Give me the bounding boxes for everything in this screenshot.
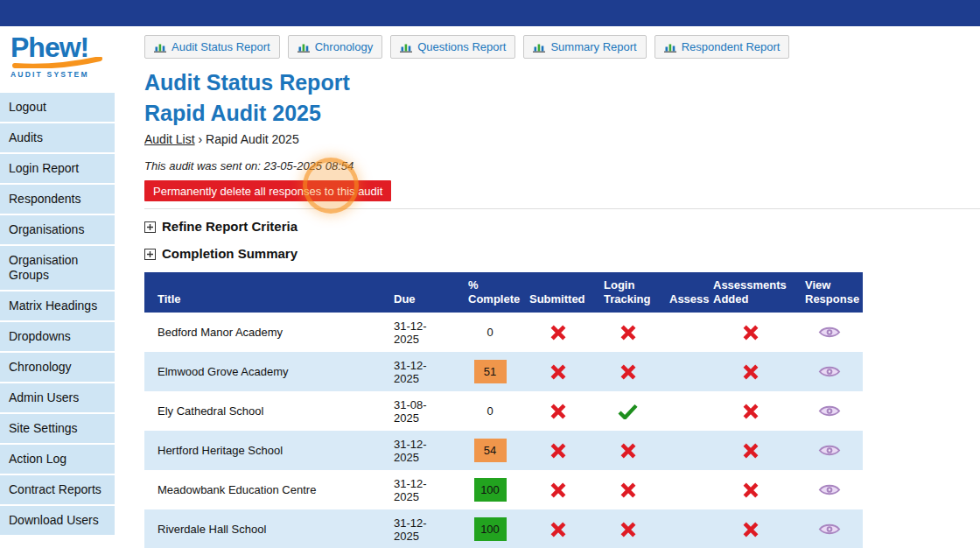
eye-icon (818, 364, 841, 379)
view-response-button[interactable] (818, 325, 841, 340)
audit-sent-text: This audit was sent on: 23-05-2025 08:54 (144, 159, 980, 172)
sidebar-item-action-log[interactable]: Action Log (0, 445, 115, 474)
eye-icon (818, 522, 841, 537)
cell-assessments-added (704, 509, 796, 548)
table-header-row: TitleDue% CompleteSubmittedLogin Trackin… (144, 272, 863, 313)
sidebar-item-site-settings[interactable]: Site Settings (0, 414, 115, 443)
completion-table: TitleDue% CompleteSubmittedLogin Trackin… (144, 272, 863, 548)
red-x-icon (742, 481, 760, 499)
sidebar-item-respondents[interactable]: Respondents (0, 185, 115, 214)
cell-submitted (521, 352, 595, 391)
sidebar-item-login-report[interactable]: Login Report (0, 154, 115, 183)
bar-chart-icon (664, 42, 676, 53)
red-x-icon (620, 521, 637, 538)
eye-icon (818, 482, 841, 497)
report-button-summary-report[interactable]: Summary Report (523, 35, 646, 59)
sidebar-item-logout[interactable]: Logout (0, 93, 115, 122)
breadcrumb-separator: › (198, 132, 202, 146)
cell-percent-complete: 54 (459, 431, 521, 470)
column-header-view-response: View Response (796, 272, 863, 313)
cell-assess (661, 431, 704, 470)
sidebar: Phew! AUDIT SYSTEM LogoutAuditsLogin Rep… (0, 26, 115, 548)
expand-plus-icon (144, 249, 156, 260)
cell-assess (661, 313, 704, 352)
cell-view-response (796, 313, 863, 352)
sidebar-item-organisations[interactable]: Organisations (0, 215, 115, 244)
red-x-icon (550, 481, 567, 499)
cell-assess (661, 470, 704, 509)
table-row: Bedford Manor Academy31-12-20250 (144, 313, 863, 352)
sidebar-item-organisation-groups[interactable]: Organisation Groups (0, 246, 115, 290)
view-response-button[interactable] (818, 482, 841, 497)
column-header-submitted: Submitted (521, 272, 595, 313)
red-x-icon (620, 442, 637, 460)
cell-assess (661, 391, 704, 431)
delete-all-responses-button[interactable]: Permanently delete all responses to this… (144, 180, 391, 201)
eye-icon (818, 404, 841, 418)
eye-icon (818, 443, 841, 458)
sidebar-item-audits[interactable]: Audits (0, 123, 115, 152)
table-row: Hertford Heritage School31-12-202554 (144, 431, 863, 470)
view-response-button[interactable] (818, 443, 841, 458)
report-button-questions-report[interactable]: Questions Report (390, 35, 515, 59)
red-x-icon (742, 442, 760, 460)
app-logo[interactable]: Phew! AUDIT SYSTEM (0, 26, 115, 82)
cell-submitted (521, 470, 595, 509)
report-button-chronology[interactable]: Chronology (288, 35, 383, 59)
section-label: Refine Report Criteria (162, 219, 298, 235)
percent-badge: 100 (474, 517, 507, 541)
red-x-icon (550, 363, 567, 381)
red-x-icon (620, 481, 637, 499)
cell-percent-complete: 51 (459, 352, 521, 391)
cell-assess (661, 509, 704, 548)
sidebar-item-chronology[interactable]: Chronology (0, 353, 115, 382)
red-x-icon (620, 363, 637, 381)
cell-title: Elmwood Grove Academy (144, 352, 385, 391)
cell-title: Meadowbank Education Centre (144, 470, 385, 509)
audit-title: Rapid Audit 2025 (144, 101, 980, 125)
sidebar-item-matrix-headings[interactable]: Matrix Headings (0, 292, 115, 320)
view-response-button[interactable] (818, 522, 841, 537)
page-title: Audit Status Report (144, 70, 980, 95)
section-refine-report-criteria[interactable]: Refine Report Criteria (144, 219, 980, 235)
breadcrumb-audit-list-link[interactable]: Audit List (144, 132, 195, 146)
cell-assessments-added (704, 470, 796, 509)
red-x-icon (742, 363, 760, 381)
cell-assessments-added (704, 313, 796, 352)
sidebar-menu: LogoutAuditsLogin ReportRespondentsOrgan… (0, 93, 115, 537)
main-content: Audit Status ReportChronologyQuestions R… (115, 26, 980, 548)
cell-login-tracking (595, 509, 661, 548)
report-button-label: Questions Report (417, 40, 506, 53)
cell-view-response (796, 352, 863, 391)
sidebar-item-admin-users[interactable]: Admin Users (0, 383, 115, 412)
table-body: Bedford Manor Academy31-12-20250Elmwood … (144, 313, 863, 548)
sidebar-item-contract-reports[interactable]: Contract Reports (0, 475, 115, 504)
cell-login-tracking (595, 391, 661, 431)
sidebar-item-dropdowns[interactable]: Dropdowns (0, 322, 115, 351)
table-row: Riverdale Hall School31-12-2025100 (144, 509, 863, 548)
cell-assess (661, 352, 704, 391)
report-button-audit-status-report[interactable]: Audit Status Report (144, 35, 280, 59)
column-header-complete: % Complete (459, 272, 521, 313)
view-response-button[interactable] (818, 364, 841, 379)
cell-due: 31-12-2025 (385, 431, 459, 470)
cell-percent-complete: 100 (459, 509, 521, 548)
breadcrumb-current: Rapid Audit 2025 (206, 132, 299, 146)
cell-login-tracking (595, 352, 661, 391)
section-completion-summary[interactable]: Completion Summary (144, 246, 980, 262)
red-x-icon (742, 521, 760, 538)
cell-view-response (796, 431, 863, 470)
cell-due: 31-12-2025 (385, 313, 459, 352)
column-header-assess: Assess (661, 272, 704, 313)
report-button-label: Summary Report (550, 40, 636, 53)
percent-badge: 51 (474, 360, 507, 383)
report-button-respondent-report[interactable]: Respondent Report (654, 35, 790, 59)
red-x-icon (550, 442, 567, 460)
sidebar-item-download-users[interactable]: Download Users (0, 506, 115, 535)
section-divider (144, 208, 980, 209)
view-response-button[interactable] (818, 404, 841, 418)
cell-percent-complete: 0 (459, 313, 521, 352)
report-button-label: Audit Status Report (172, 40, 270, 53)
cell-assessments-added (704, 352, 796, 391)
cell-login-tracking (595, 431, 661, 470)
